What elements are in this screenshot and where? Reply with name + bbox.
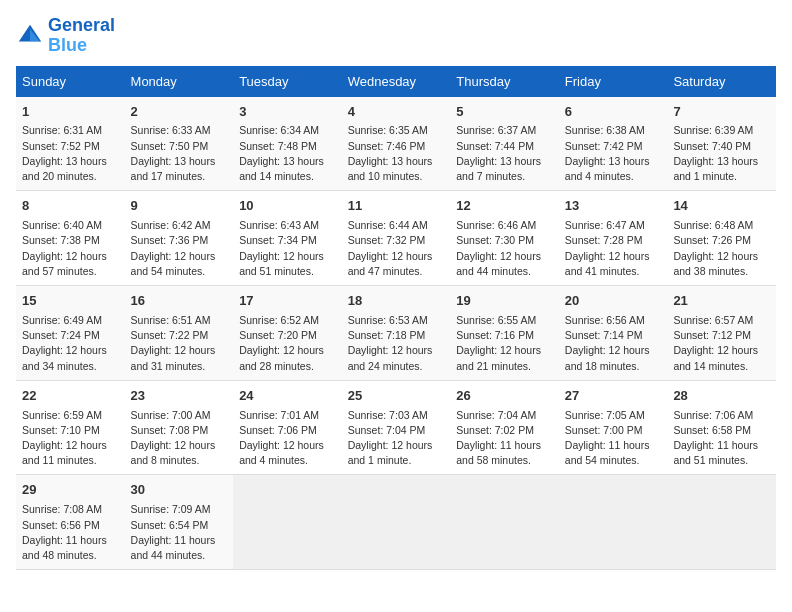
day-number: 22 [22, 387, 119, 406]
day-info: Sunrise: 7:09 AMSunset: 6:54 PMDaylight:… [131, 502, 228, 563]
calendar-week-row: 29Sunrise: 7:08 AMSunset: 6:56 PMDayligh… [16, 475, 776, 570]
day-number: 30 [131, 481, 228, 500]
calendar-body: 1Sunrise: 6:31 AMSunset: 7:52 PMDaylight… [16, 97, 776, 570]
weekday-header: Friday [559, 66, 668, 97]
day-number: 3 [239, 103, 336, 122]
calendar-week-row: 22Sunrise: 6:59 AMSunset: 7:10 PMDayligh… [16, 380, 776, 475]
day-number: 12 [456, 197, 553, 216]
day-info: Sunrise: 6:53 AMSunset: 7:18 PMDaylight:… [348, 313, 445, 374]
day-number: 20 [565, 292, 662, 311]
calendar-day-cell: 9Sunrise: 6:42 AMSunset: 7:36 PMDaylight… [125, 191, 234, 286]
day-info: Sunrise: 6:52 AMSunset: 7:20 PMDaylight:… [239, 313, 336, 374]
logo-text: General Blue [48, 16, 115, 56]
calendar-week-row: 15Sunrise: 6:49 AMSunset: 7:24 PMDayligh… [16, 286, 776, 381]
day-info: Sunrise: 6:59 AMSunset: 7:10 PMDaylight:… [22, 408, 119, 469]
calendar-day-cell: 15Sunrise: 6:49 AMSunset: 7:24 PMDayligh… [16, 286, 125, 381]
day-number: 15 [22, 292, 119, 311]
calendar-header: SundayMondayTuesdayWednesdayThursdayFrid… [16, 66, 776, 97]
day-info: Sunrise: 6:56 AMSunset: 7:14 PMDaylight:… [565, 313, 662, 374]
day-number: 21 [673, 292, 770, 311]
day-info: Sunrise: 6:48 AMSunset: 7:26 PMDaylight:… [673, 218, 770, 279]
calendar-day-cell: 12Sunrise: 6:46 AMSunset: 7:30 PMDayligh… [450, 191, 559, 286]
day-number: 13 [565, 197, 662, 216]
calendar-day-cell: 5Sunrise: 6:37 AMSunset: 7:44 PMDaylight… [450, 97, 559, 191]
weekday-header: Saturday [667, 66, 776, 97]
logo: General Blue [16, 16, 115, 56]
day-number: 19 [456, 292, 553, 311]
day-number: 26 [456, 387, 553, 406]
calendar-day-cell: 26Sunrise: 7:04 AMSunset: 7:02 PMDayligh… [450, 380, 559, 475]
day-number: 7 [673, 103, 770, 122]
day-number: 2 [131, 103, 228, 122]
day-info: Sunrise: 6:49 AMSunset: 7:24 PMDaylight:… [22, 313, 119, 374]
calendar-day-cell: 13Sunrise: 6:47 AMSunset: 7:28 PMDayligh… [559, 191, 668, 286]
day-number: 18 [348, 292, 445, 311]
calendar-day-cell [342, 475, 451, 570]
day-info: Sunrise: 7:06 AMSunset: 6:58 PMDaylight:… [673, 408, 770, 469]
calendar-day-cell: 3Sunrise: 6:34 AMSunset: 7:48 PMDaylight… [233, 97, 342, 191]
day-info: Sunrise: 6:43 AMSunset: 7:34 PMDaylight:… [239, 218, 336, 279]
day-number: 11 [348, 197, 445, 216]
calendar-day-cell: 17Sunrise: 6:52 AMSunset: 7:20 PMDayligh… [233, 286, 342, 381]
day-number: 10 [239, 197, 336, 216]
calendar-day-cell: 25Sunrise: 7:03 AMSunset: 7:04 PMDayligh… [342, 380, 451, 475]
day-info: Sunrise: 6:55 AMSunset: 7:16 PMDaylight:… [456, 313, 553, 374]
calendar-day-cell: 7Sunrise: 6:39 AMSunset: 7:40 PMDaylight… [667, 97, 776, 191]
calendar-day-cell: 1Sunrise: 6:31 AMSunset: 7:52 PMDaylight… [16, 97, 125, 191]
day-number: 4 [348, 103, 445, 122]
day-info: Sunrise: 6:39 AMSunset: 7:40 PMDaylight:… [673, 123, 770, 184]
calendar-day-cell: 16Sunrise: 6:51 AMSunset: 7:22 PMDayligh… [125, 286, 234, 381]
day-info: Sunrise: 7:01 AMSunset: 7:06 PMDaylight:… [239, 408, 336, 469]
day-number: 5 [456, 103, 553, 122]
day-info: Sunrise: 6:38 AMSunset: 7:42 PMDaylight:… [565, 123, 662, 184]
calendar-day-cell: 21Sunrise: 6:57 AMSunset: 7:12 PMDayligh… [667, 286, 776, 381]
weekday-header: Wednesday [342, 66, 451, 97]
calendar-table: SundayMondayTuesdayWednesdayThursdayFrid… [16, 66, 776, 571]
day-number: 16 [131, 292, 228, 311]
day-info: Sunrise: 6:47 AMSunset: 7:28 PMDaylight:… [565, 218, 662, 279]
day-info: Sunrise: 6:37 AMSunset: 7:44 PMDaylight:… [456, 123, 553, 184]
day-info: Sunrise: 7:00 AMSunset: 7:08 PMDaylight:… [131, 408, 228, 469]
day-info: Sunrise: 6:42 AMSunset: 7:36 PMDaylight:… [131, 218, 228, 279]
day-number: 24 [239, 387, 336, 406]
day-number: 27 [565, 387, 662, 406]
calendar-day-cell: 30Sunrise: 7:09 AMSunset: 6:54 PMDayligh… [125, 475, 234, 570]
day-info: Sunrise: 7:05 AMSunset: 7:00 PMDaylight:… [565, 408, 662, 469]
calendar-day-cell [667, 475, 776, 570]
calendar-day-cell: 4Sunrise: 6:35 AMSunset: 7:46 PMDaylight… [342, 97, 451, 191]
logo-icon [16, 22, 44, 50]
calendar-day-cell: 27Sunrise: 7:05 AMSunset: 7:00 PMDayligh… [559, 380, 668, 475]
day-info: Sunrise: 6:31 AMSunset: 7:52 PMDaylight:… [22, 123, 119, 184]
calendar-day-cell: 11Sunrise: 6:44 AMSunset: 7:32 PMDayligh… [342, 191, 451, 286]
calendar-day-cell [233, 475, 342, 570]
day-info: Sunrise: 6:51 AMSunset: 7:22 PMDaylight:… [131, 313, 228, 374]
calendar-day-cell: 19Sunrise: 6:55 AMSunset: 7:16 PMDayligh… [450, 286, 559, 381]
calendar-week-row: 1Sunrise: 6:31 AMSunset: 7:52 PMDaylight… [16, 97, 776, 191]
day-info: Sunrise: 6:46 AMSunset: 7:30 PMDaylight:… [456, 218, 553, 279]
calendar-day-cell: 6Sunrise: 6:38 AMSunset: 7:42 PMDaylight… [559, 97, 668, 191]
calendar-day-cell: 28Sunrise: 7:06 AMSunset: 6:58 PMDayligh… [667, 380, 776, 475]
calendar-day-cell: 2Sunrise: 6:33 AMSunset: 7:50 PMDaylight… [125, 97, 234, 191]
day-info: Sunrise: 6:33 AMSunset: 7:50 PMDaylight:… [131, 123, 228, 184]
calendar-day-cell: 20Sunrise: 6:56 AMSunset: 7:14 PMDayligh… [559, 286, 668, 381]
day-info: Sunrise: 7:04 AMSunset: 7:02 PMDaylight:… [456, 408, 553, 469]
day-info: Sunrise: 6:40 AMSunset: 7:38 PMDaylight:… [22, 218, 119, 279]
day-number: 28 [673, 387, 770, 406]
day-info: Sunrise: 6:57 AMSunset: 7:12 PMDaylight:… [673, 313, 770, 374]
day-info: Sunrise: 7:03 AMSunset: 7:04 PMDaylight:… [348, 408, 445, 469]
day-number: 1 [22, 103, 119, 122]
calendar-day-cell: 29Sunrise: 7:08 AMSunset: 6:56 PMDayligh… [16, 475, 125, 570]
day-number: 14 [673, 197, 770, 216]
weekday-header: Thursday [450, 66, 559, 97]
calendar-day-cell [559, 475, 668, 570]
calendar-day-cell: 18Sunrise: 6:53 AMSunset: 7:18 PMDayligh… [342, 286, 451, 381]
calendar-day-cell: 22Sunrise: 6:59 AMSunset: 7:10 PMDayligh… [16, 380, 125, 475]
day-number: 6 [565, 103, 662, 122]
calendar-day-cell: 10Sunrise: 6:43 AMSunset: 7:34 PMDayligh… [233, 191, 342, 286]
calendar-day-cell: 24Sunrise: 7:01 AMSunset: 7:06 PMDayligh… [233, 380, 342, 475]
weekday-header: Tuesday [233, 66, 342, 97]
day-number: 9 [131, 197, 228, 216]
day-info: Sunrise: 7:08 AMSunset: 6:56 PMDaylight:… [22, 502, 119, 563]
calendar-week-row: 8Sunrise: 6:40 AMSunset: 7:38 PMDaylight… [16, 191, 776, 286]
day-number: 25 [348, 387, 445, 406]
